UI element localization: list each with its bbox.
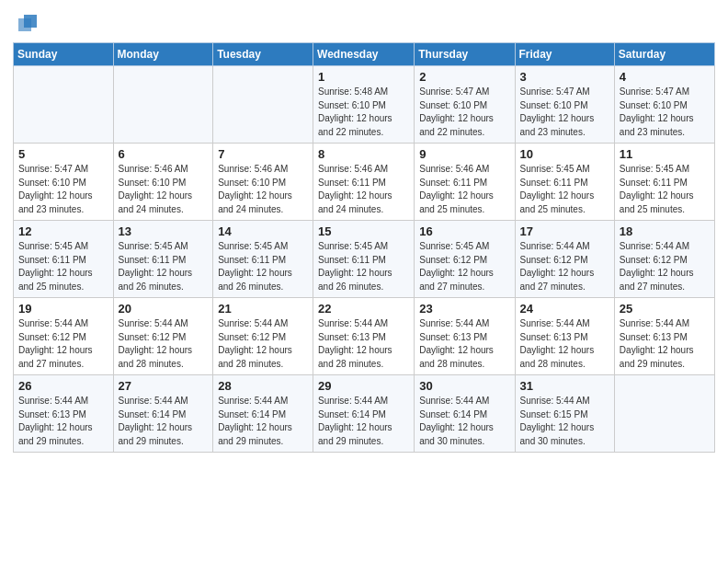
day-number: 9 <box>419 147 509 161</box>
day-cell: 17Sunrise: 5:44 AM Sunset: 6:12 PM Dayli… <box>515 221 614 298</box>
day-cell: 25Sunrise: 5:44 AM Sunset: 6:13 PM Dayli… <box>614 298 714 375</box>
day-info: Sunrise: 5:44 AM Sunset: 6:13 PM Dayligh… <box>18 395 108 448</box>
day-number: 10 <box>520 147 609 161</box>
day-number: 8 <box>318 147 409 161</box>
day-info: Sunrise: 5:44 AM Sunset: 6:15 PM Dayligh… <box>520 395 609 448</box>
day-number: 27 <box>119 379 209 393</box>
day-number: 2 <box>419 70 509 84</box>
day-number: 22 <box>318 302 409 316</box>
week-row-5: 26Sunrise: 5:44 AM Sunset: 6:13 PM Dayli… <box>14 375 715 453</box>
day-number: 7 <box>218 147 308 161</box>
day-info: Sunrise: 5:45 AM Sunset: 6:11 PM Dayligh… <box>218 240 308 293</box>
day-cell: 13Sunrise: 5:45 AM Sunset: 6:11 PM Dayli… <box>113 221 213 298</box>
day-cell: 28Sunrise: 5:44 AM Sunset: 6:14 PM Dayli… <box>213 375 313 453</box>
logo <box>13 9 40 35</box>
day-info: Sunrise: 5:47 AM Sunset: 6:10 PM Dayligh… <box>419 86 509 139</box>
day-info: Sunrise: 5:44 AM Sunset: 6:14 PM Dayligh… <box>419 395 509 448</box>
day-number: 17 <box>520 224 609 238</box>
day-cell: 24Sunrise: 5:44 AM Sunset: 6:13 PM Dayli… <box>515 298 614 375</box>
day-number: 14 <box>218 224 308 238</box>
day-number: 19 <box>18 302 108 316</box>
day-number: 21 <box>218 302 308 316</box>
day-number: 12 <box>18 224 108 238</box>
day-info: Sunrise: 5:47 AM Sunset: 6:10 PM Dayligh… <box>520 86 609 139</box>
week-row-1: 1Sunrise: 5:48 AM Sunset: 6:10 PM Daylig… <box>14 66 715 144</box>
day-cell: 10Sunrise: 5:45 AM Sunset: 6:11 PM Dayli… <box>515 144 614 221</box>
header <box>13 9 715 35</box>
day-number: 28 <box>218 379 308 393</box>
day-cell: 11Sunrise: 5:45 AM Sunset: 6:11 PM Dayli… <box>614 144 714 221</box>
day-number: 26 <box>18 379 108 393</box>
day-info: Sunrise: 5:45 AM Sunset: 6:12 PM Dayligh… <box>419 240 509 293</box>
day-number: 31 <box>520 379 609 393</box>
day-cell: 23Sunrise: 5:44 AM Sunset: 6:13 PM Dayli… <box>415 298 515 375</box>
day-info: Sunrise: 5:45 AM Sunset: 6:11 PM Dayligh… <box>119 240 209 293</box>
day-info: Sunrise: 5:45 AM Sunset: 6:11 PM Dayligh… <box>318 240 409 293</box>
day-number: 5 <box>18 147 108 161</box>
day-cell: 29Sunrise: 5:44 AM Sunset: 6:14 PM Dayli… <box>313 375 415 453</box>
day-cell: 19Sunrise: 5:44 AM Sunset: 6:12 PM Dayli… <box>14 298 114 375</box>
day-info: Sunrise: 5:44 AM Sunset: 6:14 PM Dayligh… <box>218 395 308 448</box>
svg-marker-1 <box>18 18 31 31</box>
day-info: Sunrise: 5:44 AM Sunset: 6:12 PM Dayligh… <box>620 240 710 293</box>
week-row-3: 12Sunrise: 5:45 AM Sunset: 6:11 PM Dayli… <box>14 221 715 298</box>
day-number: 6 <box>119 147 209 161</box>
weekday-header-monday: Monday <box>113 43 213 66</box>
day-cell: 5Sunrise: 5:47 AM Sunset: 6:10 PM Daylig… <box>14 144 114 221</box>
day-number: 30 <box>419 379 509 393</box>
day-info: Sunrise: 5:45 AM Sunset: 6:11 PM Dayligh… <box>520 163 609 216</box>
day-cell: 9Sunrise: 5:46 AM Sunset: 6:11 PM Daylig… <box>415 144 515 221</box>
day-cell: 15Sunrise: 5:45 AM Sunset: 6:11 PM Dayli… <box>313 221 415 298</box>
weekday-header-wednesday: Wednesday <box>313 43 415 66</box>
calendar-table: SundayMondayTuesdayWednesdayThursdayFrid… <box>13 42 715 453</box>
day-info: Sunrise: 5:47 AM Sunset: 6:10 PM Dayligh… <box>18 163 108 216</box>
day-info: Sunrise: 5:46 AM Sunset: 6:11 PM Dayligh… <box>419 163 509 216</box>
day-info: Sunrise: 5:44 AM Sunset: 6:13 PM Dayligh… <box>419 317 509 371</box>
day-cell: 18Sunrise: 5:44 AM Sunset: 6:12 PM Dayli… <box>614 221 714 298</box>
day-number: 3 <box>520 70 609 84</box>
day-cell: 21Sunrise: 5:44 AM Sunset: 6:12 PM Dayli… <box>213 298 313 375</box>
weekday-header-tuesday: Tuesday <box>213 43 313 66</box>
weekday-header-saturday: Saturday <box>614 43 714 66</box>
day-info: Sunrise: 5:47 AM Sunset: 6:10 PM Dayligh… <box>620 86 710 139</box>
week-row-4: 19Sunrise: 5:44 AM Sunset: 6:12 PM Dayli… <box>14 298 715 375</box>
day-cell <box>213 66 313 144</box>
day-info: Sunrise: 5:44 AM Sunset: 6:13 PM Dayligh… <box>318 317 409 371</box>
day-number: 24 <box>520 302 609 316</box>
day-info: Sunrise: 5:44 AM Sunset: 6:12 PM Dayligh… <box>18 317 108 371</box>
day-number: 25 <box>620 302 710 316</box>
day-info: Sunrise: 5:46 AM Sunset: 6:10 PM Dayligh… <box>119 163 209 216</box>
day-cell: 2Sunrise: 5:47 AM Sunset: 6:10 PM Daylig… <box>415 66 515 144</box>
week-row-2: 5Sunrise: 5:47 AM Sunset: 6:10 PM Daylig… <box>14 144 715 221</box>
day-info: Sunrise: 5:44 AM Sunset: 6:12 PM Dayligh… <box>119 317 209 371</box>
day-cell <box>614 375 714 453</box>
day-info: Sunrise: 5:44 AM Sunset: 6:14 PM Dayligh… <box>119 395 209 448</box>
day-number: 29 <box>318 379 409 393</box>
day-number: 13 <box>119 224 209 238</box>
day-cell: 3Sunrise: 5:47 AM Sunset: 6:10 PM Daylig… <box>515 66 614 144</box>
day-number: 15 <box>318 224 409 238</box>
page: SundayMondayTuesdayWednesdayThursdayFrid… <box>0 0 728 563</box>
day-info: Sunrise: 5:44 AM Sunset: 6:12 PM Dayligh… <box>520 240 609 293</box>
day-info: Sunrise: 5:46 AM Sunset: 6:11 PM Dayligh… <box>318 163 409 216</box>
day-cell <box>14 66 114 144</box>
day-info: Sunrise: 5:46 AM Sunset: 6:10 PM Dayligh… <box>218 163 308 216</box>
day-cell: 30Sunrise: 5:44 AM Sunset: 6:14 PM Dayli… <box>415 375 515 453</box>
weekday-header-sunday: Sunday <box>14 43 114 66</box>
day-cell: 27Sunrise: 5:44 AM Sunset: 6:14 PM Dayli… <box>113 375 213 453</box>
day-cell: 16Sunrise: 5:45 AM Sunset: 6:12 PM Dayli… <box>415 221 515 298</box>
day-cell: 6Sunrise: 5:46 AM Sunset: 6:10 PM Daylig… <box>113 144 213 221</box>
day-cell: 26Sunrise: 5:44 AM Sunset: 6:13 PM Dayli… <box>14 375 114 453</box>
day-number: 4 <box>620 70 710 84</box>
day-info: Sunrise: 5:44 AM Sunset: 6:12 PM Dayligh… <box>218 317 308 371</box>
day-number: 20 <box>119 302 209 316</box>
day-info: Sunrise: 5:44 AM Sunset: 6:14 PM Dayligh… <box>318 395 409 448</box>
day-info: Sunrise: 5:45 AM Sunset: 6:11 PM Dayligh… <box>18 240 108 293</box>
weekday-header-row: SundayMondayTuesdayWednesdayThursdayFrid… <box>14 43 715 66</box>
day-cell: 31Sunrise: 5:44 AM Sunset: 6:15 PM Dayli… <box>515 375 614 453</box>
day-info: Sunrise: 5:44 AM Sunset: 6:13 PM Dayligh… <box>620 317 710 371</box>
day-cell: 7Sunrise: 5:46 AM Sunset: 6:10 PM Daylig… <box>213 144 313 221</box>
day-number: 18 <box>620 224 710 238</box>
day-cell: 22Sunrise: 5:44 AM Sunset: 6:13 PM Dayli… <box>313 298 415 375</box>
day-number: 16 <box>419 224 509 238</box>
